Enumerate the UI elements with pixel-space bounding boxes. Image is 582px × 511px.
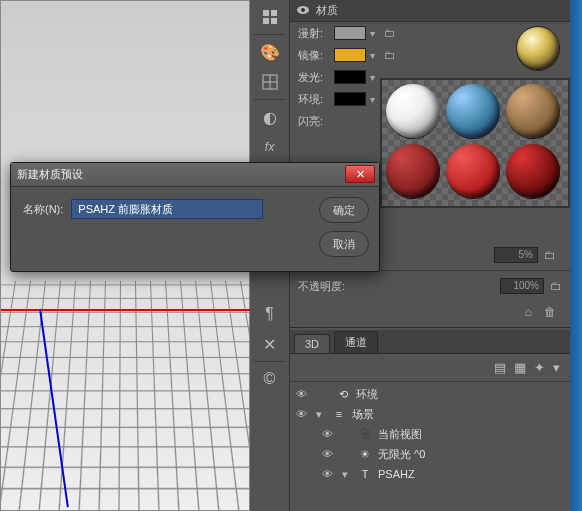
folder-icon[interactable]: 🗀 <box>544 248 556 262</box>
tab-3d[interactable]: 3D <box>294 334 330 353</box>
opacity-label: 不透明度: <box>298 279 348 294</box>
folder-icon[interactable]: 🗀 <box>550 279 562 293</box>
cc-icon[interactable]: © <box>254 366 286 392</box>
name-input[interactable] <box>71 199 263 219</box>
tab-channels[interactable]: 通道 <box>334 331 378 353</box>
svg-rect-1 <box>271 10 277 16</box>
close-button[interactable]: ✕ <box>345 165 375 183</box>
tree-row-current-view[interactable]: 👁 🎥 当前视图 <box>290 424 570 444</box>
tree-row-infinite-light[interactable]: 👁 ☀ 无限光 ^0 <box>290 444 570 464</box>
new-material-preset-dialog: 新建材质预设 ✕ 名称(N): 确定 取消 <box>10 162 380 272</box>
materials-header: 材质 <box>290 0 570 22</box>
tree-label: PSAHZ <box>378 468 415 480</box>
material-swatch-grid <box>380 78 570 208</box>
collapse-icon[interactable]: ▾ <box>316 408 326 421</box>
tree-label: 场景 <box>352 407 374 422</box>
tree-label: 无限光 ^0 <box>378 447 425 462</box>
scene-tree: 👁 ⟲ 环境 👁 ▾ ≡ 场景 👁 🎥 当前视图 👁 ☀ 无限光 ^0 👁 ▾ … <box>290 382 570 486</box>
eye-icon[interactable] <box>296 3 310 19</box>
diffuse-label: 漫射: <box>298 26 330 41</box>
dropdown-icon[interactable]: ▾ <box>370 50 380 61</box>
light-icon[interactable]: ✦ <box>534 360 545 375</box>
tree-row-psahz[interactable]: 👁 ▾ T PSAHZ <box>290 464 570 484</box>
camera-icon: 🎥 <box>358 428 372 441</box>
dropdown-icon[interactable]: ▾ <box>370 94 380 105</box>
mat-swatch-red-3[interactable] <box>506 144 560 198</box>
dropdown-icon[interactable]: ▾ <box>553 360 560 375</box>
name-label: 名称(N): <box>23 202 63 217</box>
environment-icon: ⟲ <box>336 388 350 401</box>
diffuse-swatch[interactable] <box>334 26 366 40</box>
filter-icon[interactable]: ▤ <box>494 360 506 375</box>
ambient-swatch[interactable] <box>334 92 366 106</box>
dialog-title: 新建材质预设 <box>17 167 83 182</box>
dropdown-icon[interactable]: ▾ <box>370 28 380 39</box>
visibility-icon[interactable]: 👁 <box>296 408 310 420</box>
opacity-row: 不透明度: 100% 🗀 <box>290 273 570 299</box>
tree-label: 环境 <box>356 387 378 402</box>
light-icon: ☀ <box>358 448 372 461</box>
mat-swatch-brown[interactable] <box>506 84 560 138</box>
visibility-icon[interactable]: 👁 <box>322 468 336 480</box>
mat-swatch-red-2[interactable] <box>446 144 500 198</box>
contrast-icon[interactable]: ◐ <box>254 104 286 130</box>
right-edge-strip <box>570 0 582 511</box>
ok-button[interactable]: 确定 <box>319 197 369 223</box>
visibility-icon[interactable]: 👁 <box>322 448 336 460</box>
svg-rect-2 <box>263 18 269 24</box>
scene-icon: ≡ <box>332 408 346 420</box>
home-icon[interactable]: ⌂ <box>525 305 532 319</box>
svg-rect-0 <box>263 10 269 16</box>
opacity-icons: ⌂ 🗑 <box>290 299 570 325</box>
swatches-icon[interactable] <box>254 4 286 30</box>
tree-label: 当前视图 <box>378 427 422 442</box>
opacity-input[interactable]: 100% <box>500 278 544 294</box>
material-preview-sphere[interactable] <box>516 26 560 70</box>
visibility-icon[interactable]: 👁 <box>322 428 336 440</box>
glow-label: 发光: <box>298 70 330 85</box>
folder-icon[interactable]: 🗀 <box>384 49 398 61</box>
glow-swatch[interactable] <box>334 70 366 84</box>
paragraph-icon[interactable]: ¶ <box>254 301 286 327</box>
tools-crossed-icon[interactable]: ✕ <box>254 331 286 357</box>
panel-toolbar: ▤ ▦ ✦ ▾ <box>290 354 570 382</box>
collapse-icon[interactable]: ▾ <box>342 468 352 481</box>
mat-swatch-red-1[interactable] <box>386 144 440 198</box>
tab-bar: 3D 通道 <box>290 330 570 354</box>
svg-rect-3 <box>271 18 277 24</box>
pct-5-input[interactable]: 5% <box>494 247 538 263</box>
mat-swatch-white[interactable] <box>386 84 440 138</box>
trash-icon[interactable]: 🗑 <box>544 305 556 319</box>
tree-row-scene[interactable]: 👁 ▾ ≡ 场景 <box>290 404 570 424</box>
panel-title: 材质 <box>316 3 338 18</box>
palette-icon[interactable]: 🎨 <box>254 39 286 65</box>
specular-swatch[interactable] <box>334 48 366 62</box>
svg-point-8 <box>301 8 305 12</box>
fx-icon[interactable]: fx <box>254 134 286 160</box>
tree-row-environment[interactable]: 👁 ⟲ 环境 <box>290 384 570 404</box>
grid-icon[interactable] <box>254 69 286 95</box>
cancel-button[interactable]: 取消 <box>319 231 369 257</box>
visibility-icon[interactable]: 👁 <box>296 388 310 400</box>
shine-label: 闪亮: <box>298 114 330 129</box>
specular-label: 镜像: <box>298 48 330 63</box>
mat-swatch-blue[interactable] <box>446 84 500 138</box>
grid-small-icon[interactable]: ▦ <box>514 360 526 375</box>
text-3d-icon: T <box>358 468 372 480</box>
dialog-title-bar[interactable]: 新建材质预设 ✕ <box>11 163 379 187</box>
dialog-buttons: 确定 取消 <box>319 197 369 257</box>
dropdown-icon[interactable]: ▾ <box>370 72 380 83</box>
folder-icon[interactable]: 🗀 <box>384 27 398 39</box>
ambient-label: 环境: <box>298 92 330 107</box>
